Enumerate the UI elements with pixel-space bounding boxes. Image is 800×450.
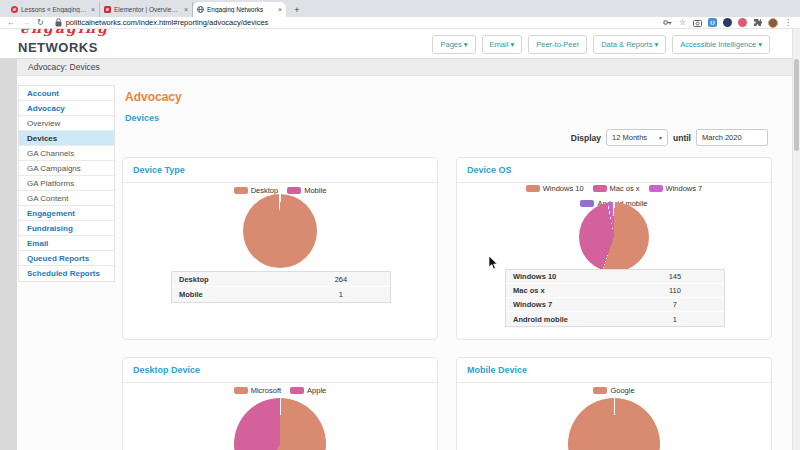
page-scrollbar[interactable] bbox=[792, 29, 800, 450]
table-row: Android mobile1 bbox=[506, 312, 724, 326]
legend-item-google[interactable]: Google bbox=[593, 386, 634, 395]
extension-navy-icon[interactable] bbox=[723, 18, 732, 27]
nav-accessible-intelligence-button[interactable]: Accessible Intelligence ▾ bbox=[672, 35, 770, 54]
logo-script-text: engaging bbox=[20, 29, 109, 36]
legend-swatch bbox=[287, 187, 301, 194]
divider bbox=[123, 182, 437, 183]
until-date-input[interactable] bbox=[696, 129, 768, 146]
tab-engaging-networks-active[interactable]: Engaging Networks × bbox=[193, 2, 286, 17]
sidebar-item-advocacy[interactable]: Advocacy bbox=[19, 101, 114, 116]
forward-button[interactable]: → bbox=[22, 18, 30, 28]
legend-item-mac-os-x[interactable]: Mac os x bbox=[593, 184, 640, 193]
table-row: Mobile1 bbox=[172, 287, 390, 302]
display-label: Display bbox=[571, 133, 601, 143]
table-row: Desktop264 bbox=[172, 272, 390, 287]
card-device-type: Device Type Desktop Mobile Desktop264 Mo… bbox=[122, 157, 438, 340]
sidebar-item-devices[interactable]: Devices bbox=[19, 131, 114, 146]
report-sidebar: Account Advocacy Overview Devices GA Cha… bbox=[18, 85, 115, 282]
nav-peer-to-peer-button[interactable]: Peer-to-Peer bbox=[528, 35, 587, 54]
browser-address-bar: ← → ↻ politicalnetworks.com/index.html#r… bbox=[0, 17, 800, 29]
sidebar-item-ga-channels[interactable]: GA Channels bbox=[19, 146, 114, 161]
display-range-select[interactable]: 12 Months ▾ bbox=[606, 129, 668, 146]
legend-item-microsoft[interactable]: Microsoft bbox=[234, 386, 281, 395]
camera-extension-icon[interactable] bbox=[693, 18, 702, 27]
new-tab-button[interactable]: + bbox=[291, 4, 303, 16]
table-row: Mac os x110 bbox=[506, 284, 724, 298]
sidebar-item-ga-content[interactable]: GA Content bbox=[19, 191, 114, 206]
sidebar-item-queued-reports[interactable]: Queued Reports bbox=[19, 251, 114, 266]
legend-swatch bbox=[234, 387, 248, 394]
bookmark-star-icon[interactable]: ☆ bbox=[678, 18, 687, 27]
device-type-pie-chart bbox=[243, 194, 317, 268]
display-controls: Display 12 Months ▾ until bbox=[571, 129, 768, 146]
elementor-favicon-icon: e bbox=[104, 6, 111, 13]
url-text[interactable]: politicalnetworks.com/index.html#reporti… bbox=[66, 18, 269, 27]
tab-title: Elementor | Overview Report bbox=[114, 6, 181, 13]
table-row: Windows 77 bbox=[506, 298, 724, 312]
chevron-down-icon: ▾ bbox=[659, 134, 662, 141]
browser-menu-icon[interactable]: ⋮ bbox=[784, 18, 792, 27]
profile-avatar[interactable] bbox=[768, 18, 778, 28]
display-range-value: 12 Months bbox=[612, 133, 647, 142]
card-desktop-device: Desktop Device Microsoft Apple bbox=[122, 357, 438, 450]
legend-item-mobile[interactable]: Mobile bbox=[287, 186, 326, 195]
sidebar-item-ga-platforms[interactable]: GA Platforms bbox=[19, 176, 114, 191]
scrollbar-thumb[interactable] bbox=[794, 59, 799, 151]
legend-item-windows-7[interactable]: Windows 7 bbox=[649, 184, 703, 193]
mouse-cursor bbox=[488, 255, 499, 275]
tab-lessons[interactable]: e Lessons « Engaging Networks × bbox=[7, 2, 100, 17]
divider bbox=[457, 182, 771, 183]
breadcrumb: Advocacy: Devices bbox=[17, 58, 792, 76]
until-label: until bbox=[673, 133, 691, 143]
url-zone[interactable]: politicalnetworks.com/index.html#reporti… bbox=[54, 18, 663, 27]
sidebar-item-email[interactable]: Email bbox=[19, 236, 114, 251]
divider bbox=[457, 382, 771, 383]
legend-swatch bbox=[593, 387, 607, 394]
nav-email-button[interactable]: Email ▾ bbox=[482, 35, 523, 54]
tab-close-icon[interactable]: × bbox=[184, 6, 188, 13]
left-gray-strip bbox=[0, 58, 17, 450]
engaging-networks-logo[interactable]: engaging NETWORKS bbox=[18, 29, 113, 58]
divider bbox=[123, 382, 437, 383]
card-title: Device Type bbox=[133, 165, 185, 175]
legend-swatch bbox=[649, 185, 663, 192]
extension-red-icon[interactable] bbox=[738, 18, 747, 27]
legend-swatch bbox=[234, 187, 248, 194]
legend-item-apple[interactable]: Apple bbox=[290, 386, 326, 395]
legend: Google bbox=[457, 386, 771, 395]
globe-favicon-icon bbox=[197, 6, 204, 13]
lock-icon bbox=[54, 18, 63, 27]
nav-data-reports-button[interactable]: Data & Reports ▾ bbox=[593, 35, 666, 54]
sidebar-item-account[interactable]: Account bbox=[19, 86, 114, 101]
tab-close-icon[interactable]: × bbox=[91, 6, 95, 13]
extensions-puzzle-icon[interactable] bbox=[753, 18, 762, 27]
device-type-table: Desktop264 Mobile1 bbox=[171, 271, 391, 303]
tab-elementor[interactable]: e Elementor | Overview Report × bbox=[100, 2, 193, 17]
sidebar-item-overview[interactable]: Overview bbox=[19, 116, 114, 131]
mobile-device-pie-chart bbox=[568, 398, 660, 450]
legend-item-desktop[interactable]: Desktop bbox=[234, 186, 279, 195]
top-navigation: Pages ▾ Email ▾ Peer-to-Peer Data & Repo… bbox=[432, 35, 770, 54]
tab-title: Engaging Networks bbox=[207, 6, 275, 13]
nav-pages-button[interactable]: Pages ▾ bbox=[432, 35, 475, 54]
page-subtitle: Devices bbox=[125, 113, 159, 123]
legend-swatch bbox=[593, 185, 607, 192]
engaging-networks-favicon-icon: e bbox=[11, 6, 18, 13]
tab-close-icon[interactable]: × bbox=[278, 6, 282, 13]
legend: Microsoft Apple bbox=[123, 386, 437, 395]
reload-button[interactable]: ↻ bbox=[37, 18, 44, 28]
card-title: Desktop Device bbox=[133, 365, 200, 375]
sidebar-item-scheduled-reports[interactable]: Scheduled Reports bbox=[19, 266, 114, 281]
key-icon[interactable] bbox=[663, 18, 672, 27]
card-mobile-device: Mobile Device Google bbox=[456, 357, 772, 450]
legend-item-windows-10[interactable]: Windows 10 bbox=[526, 184, 584, 193]
sidebar-item-engagement[interactable]: Engagement bbox=[19, 206, 114, 221]
sidebar-item-ga-campaigns[interactable]: GA Campaigns bbox=[19, 161, 114, 176]
browser-tab-strip: e Lessons « Engaging Networks × e Elemen… bbox=[0, 0, 800, 17]
sidebar-item-fundraising[interactable]: Fundraising bbox=[19, 221, 114, 236]
page-title: Advocacy bbox=[125, 90, 182, 104]
app-header: engaging NETWORKS Pages ▾ Email ▾ Peer-t… bbox=[0, 29, 800, 58]
extension-u-icon[interactable]: U bbox=[708, 18, 717, 27]
legend-swatch bbox=[526, 185, 540, 192]
back-button[interactable]: ← bbox=[7, 18, 15, 28]
